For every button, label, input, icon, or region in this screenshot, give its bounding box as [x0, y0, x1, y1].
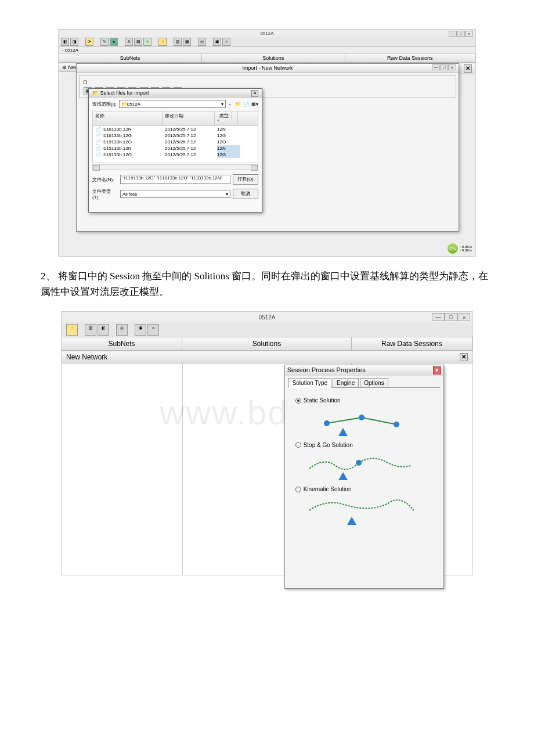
- cancel-button[interactable]: 取消: [233, 189, 258, 199]
- breadcrumb: - 0512A: [59, 47, 475, 54]
- minimize-button[interactable]: —: [432, 313, 445, 321]
- title-bar: 0512A — □ ⨉: [59, 30, 475, 37]
- app-window-2: 0512A — □ ⨉ ⚡ ▥ ◧ ◎ ▣ ≡ SubNets Solution…: [62, 312, 472, 575]
- radio-stopgo[interactable]: Stop & Go Solution: [295, 442, 353, 448]
- app-title: 0512A: [260, 31, 273, 36]
- tab-solution-type[interactable]: Solution Type: [288, 378, 331, 388]
- filetype-label: 文件类型(T):: [92, 188, 118, 200]
- solutions-header: Solutions: [202, 54, 345, 63]
- radio-icon: [295, 442, 301, 448]
- tool-icon[interactable]: ◧: [98, 324, 109, 336]
- tab-engine[interactable]: Engine: [333, 378, 359, 387]
- edit-icon[interactable]: ✎: [100, 38, 109, 46]
- maximize-button[interactable]: □: [457, 31, 465, 37]
- doc-icon[interactable]: ▣: [135, 324, 146, 336]
- tab-options[interactable]: Options: [360, 378, 388, 387]
- col-type[interactable]: 类型 ˄: [215, 111, 238, 125]
- maximize-button[interactable]: □: [445, 313, 457, 321]
- look-in-label: 查找范围(I):: [92, 101, 117, 107]
- look-in-select[interactable]: 📁 0512A▾: [119, 100, 226, 108]
- toolbar: ◧ ◨ ⟳ ✎ ● A ▤ ≡ ⚡ ▥ ▦ ◎ ▣ ≡: [59, 37, 475, 47]
- svg-point-2: [324, 420, 330, 426]
- file-dialog-title: 📂 Select files for import ×: [89, 89, 262, 98]
- close-button[interactable]: ⨉: [457, 313, 470, 321]
- file-open-dialog: 📂 Select files for import × 查找范围(I): 📁 0…: [88, 88, 262, 213]
- window-controls: — □ ⨉: [432, 313, 470, 321]
- refresh-icon[interactable]: ⟳: [85, 38, 93, 46]
- subnets-header: SubNets: [59, 54, 202, 63]
- close-button[interactable]: ⨉: [465, 31, 473, 37]
- stopgo-diagram: [304, 451, 436, 483]
- close-icon[interactable]: ✕: [464, 64, 472, 73]
- file-row[interactable]: 📄 I115133b.12G2012/5/25 7:1212G: [93, 152, 258, 158]
- col-date[interactable]: 修改日期: [163, 111, 215, 125]
- dialog-title: Session Process Properties ×: [285, 365, 443, 376]
- static-diagram: [304, 407, 436, 438]
- globe-icon[interactable]: ◎: [116, 324, 128, 336]
- file-row[interactable]: 📄 I115133b.12N2012/5/25 7:1212N: [93, 145, 258, 152]
- tabs: Solution Type Engine Options: [288, 378, 440, 388]
- file-list: 名称 修改日期 类型 ˄ 📄 I116133b.12N2012/5/25 7:1…: [92, 111, 258, 163]
- tool-icon[interactable]: ▦: [183, 38, 191, 46]
- import-window: Import - New Network — □ ⨉ 🗋 ▦ ▤ ✎ ☐ ◫ ◎…: [76, 63, 459, 232]
- minimize-button[interactable]: —: [449, 31, 457, 37]
- import-window-title: Import - New Network — □ ⨉: [77, 64, 459, 73]
- tool-icon[interactable]: ≡: [143, 38, 151, 46]
- list-icon[interactable]: ≡: [222, 38, 230, 46]
- toolbar: ⚡ ▥ ◧ ◎ ▣ ≡: [62, 322, 472, 337]
- globe-icon[interactable]: ◎: [198, 38, 206, 46]
- title-bar: 0512A — □ ⨉: [62, 312, 472, 322]
- tool-icon[interactable]: ▥: [174, 38, 182, 46]
- radio-kinematic[interactable]: Kinematic Solution: [295, 486, 352, 492]
- svg-marker-7: [338, 472, 348, 480]
- svg-point-4: [394, 422, 399, 427]
- app-window-1: 0512A — □ ⨉ ◧ ◨ ⟳ ✎ ● A ▤ ≡ ⚡ ▥ ▦ ◎: [59, 30, 475, 256]
- sessions-header: Raw Data Sessions: [352, 337, 472, 351]
- cpu-icon: CPU: [448, 243, 458, 254]
- svg-line-1: [362, 417, 396, 424]
- open-button[interactable]: 打开(O): [233, 174, 258, 185]
- doc-paragraph: 2、 将窗口中的 Session 拖至中间的 Solitions 窗口。同时在弹…: [41, 268, 493, 300]
- tool-icon[interactable]: ▥: [85, 324, 96, 336]
- panel-new-network: New Network ✕: [62, 351, 472, 363]
- radio-static[interactable]: Static Solution: [295, 397, 341, 404]
- filename-label: 文件名(N):: [92, 177, 118, 183]
- close-icon[interactable]: ×: [251, 90, 258, 97]
- dot-icon[interactable]: ●: [110, 38, 118, 46]
- lightning-icon[interactable]: ⚡: [158, 38, 167, 46]
- file-row[interactable]: 📄 I116133b.12G2012/5/25 7:1212G: [93, 132, 258, 139]
- tool-icon[interactable]: ◧: [61, 38, 69, 46]
- file-scroll[interactable]: [92, 164, 258, 170]
- session-properties-dialog: Session Process Properties × Solution Ty…: [284, 365, 444, 589]
- cpu-badge: CPU 0.9K/s 0.3K/s: [448, 243, 472, 254]
- cpu-down: 0.3K/s: [460, 249, 472, 252]
- file-row[interactable]: 📄 I119133b.12O2012/5/25 7:1212O: [93, 139, 258, 145]
- tool-icon[interactable]: A: [125, 38, 133, 46]
- radio-icon: [295, 487, 301, 492]
- tab-body: Static Solution: [285, 388, 443, 537]
- app-title: 0512A: [259, 314, 276, 321]
- close-icon[interactable]: ×: [433, 366, 441, 375]
- filename-input[interactable]: "I115133b.12G" "I118133c.12O" "I118133c.…: [120, 175, 230, 184]
- svg-line-0: [327, 417, 362, 423]
- close-button[interactable]: ⨉: [448, 64, 456, 70]
- file-row[interactable]: 📄 I116133b.12N2012/5/25 7:1212N: [93, 126, 258, 132]
- svg-marker-5: [338, 428, 348, 436]
- close-icon[interactable]: ✕: [460, 353, 468, 361]
- minimize-button[interactable]: —: [432, 64, 440, 70]
- filetype-select[interactable]: All files▾: [120, 190, 230, 198]
- subnets-header: SubNets: [62, 337, 182, 351]
- solutions-header: Solutions: [182, 337, 352, 351]
- col-name[interactable]: 名称: [93, 111, 163, 125]
- window-controls: — □ ⨉: [449, 31, 473, 37]
- doc-icon[interactable]: ▣: [213, 38, 221, 46]
- maximize-button[interactable]: □: [440, 64, 448, 70]
- kinematic-diagram: [304, 496, 436, 527]
- lightning-icon[interactable]: ⚡: [66, 324, 78, 336]
- list-icon[interactable]: ≡: [147, 324, 159, 336]
- svg-marker-8: [347, 517, 356, 525]
- sessions-header: Raw Data Sessions: [345, 54, 475, 63]
- radio-icon: [295, 398, 301, 404]
- tool-icon[interactable]: ◨: [70, 38, 78, 46]
- tool-icon[interactable]: ▤: [134, 38, 142, 46]
